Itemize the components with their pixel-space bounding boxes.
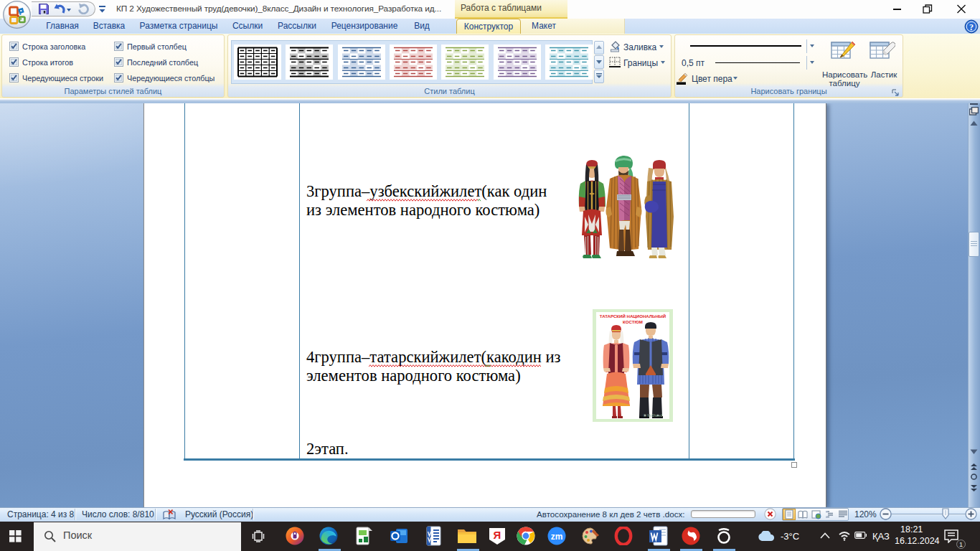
svg-text:Я: Я [494, 529, 501, 541]
svg-text:zm: zm [551, 532, 563, 542]
svg-text:КОСТЮМ: КОСТЮМ [623, 319, 643, 324]
svg-text:?: ? [969, 22, 974, 32]
svg-text:Ⓜ MyShared: Ⓜ MyShared [644, 414, 663, 418]
svg-text:ТАТАРСКИЙ НАЦИОНАЛЬНЫЙ: ТАТАРСКИЙ НАЦИОНАЛЬНЫЙ [600, 314, 666, 319]
